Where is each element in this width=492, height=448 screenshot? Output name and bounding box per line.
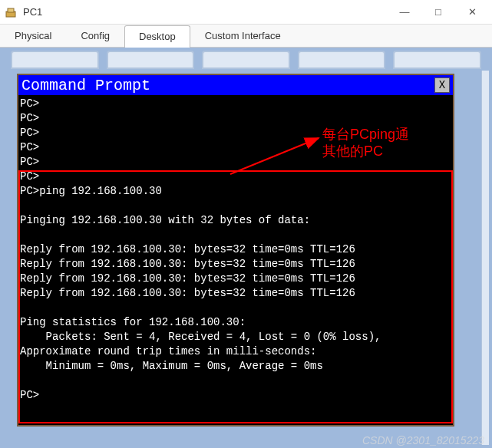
- annotation-line2: 其他的PC: [322, 143, 409, 160]
- tab-custom-interface[interactable]: Custom Interface: [190, 25, 296, 47]
- tab-config[interactable]: Config: [66, 25, 124, 47]
- annotation-text: 每台PCping通 其他的PC: [322, 126, 409, 160]
- desktop-area: Command Prompt X PC> PC> PC> PC> PC> PC>…: [0, 48, 492, 448]
- desktop-edge: [481, 71, 489, 445]
- window-title: PC1: [23, 6, 388, 18]
- watermark: CSDN @2301_82015223: [362, 434, 484, 446]
- desktop-icon-strip: [11, 51, 481, 69]
- window-controls: — □ ✕: [388, 1, 489, 24]
- svg-rect-1: [8, 8, 14, 12]
- maximize-button[interactable]: □: [421, 1, 455, 24]
- minimize-button[interactable]: —: [388, 1, 421, 24]
- window-titlebar: PC1 — □ ✕: [0, 0, 492, 25]
- close-button[interactable]: ✕: [455, 1, 489, 24]
- cmd-titlebar[interactable]: Command Prompt X: [18, 75, 453, 95]
- cmd-close-button[interactable]: X: [434, 77, 450, 93]
- annotation-line1: 每台PCping通: [322, 126, 409, 143]
- tab-physical[interactable]: Physical: [0, 25, 66, 47]
- cmd-title: Command Prompt: [21, 77, 150, 94]
- app-icon: [3, 5, 18, 20]
- tab-desktop[interactable]: Desktop: [124, 25, 190, 48]
- tab-bar: Physical Config Desktop Custom Interface: [0, 25, 492, 48]
